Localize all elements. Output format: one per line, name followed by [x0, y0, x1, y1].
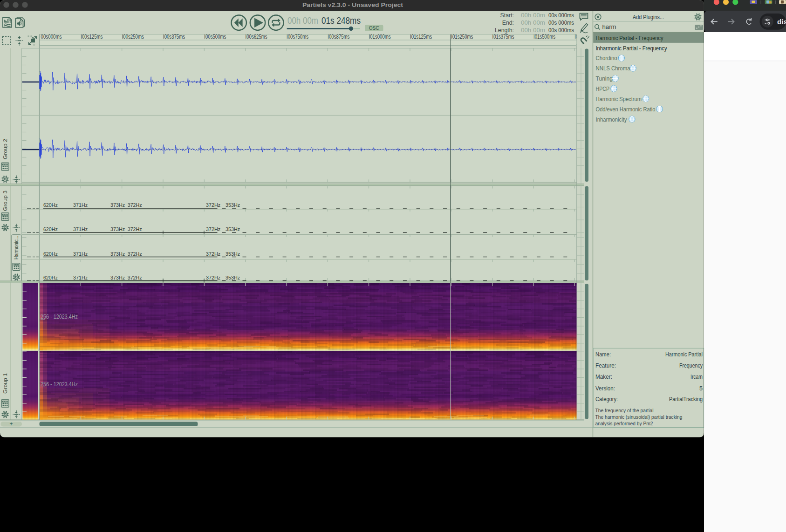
svg-text:371Hz: 371Hz — [73, 275, 88, 280]
svg-text:372Hz: 372Hz — [128, 251, 142, 257]
svg-text:01s 248ms: 01s 248ms — [321, 15, 361, 26]
svg-text:353Hz: 353Hz — [226, 226, 240, 232]
svg-text:371Hz: 371Hz — [73, 251, 88, 257]
svg-text:I00s125ms: I00s125ms — [81, 33, 103, 40]
svg-text:PartialTracking: PartialTracking — [669, 396, 703, 402]
svg-text:I00s875ms: I00s875ms — [328, 33, 349, 40]
svg-text:372Hz: 372Hz — [128, 226, 142, 232]
svg-text:Add Plugins...: Add Plugins... — [633, 14, 664, 20]
svg-text:harm: harm — [602, 23, 616, 30]
svg-text:Harmonic Partial: Harmonic Partial — [665, 351, 703, 358]
svg-text:373Hz: 373Hz — [110, 251, 125, 257]
svg-text:Start:: Start: — [500, 12, 514, 19]
svg-text:00s 000ms: 00s 000ms — [548, 20, 574, 26]
svg-text:00h 00m: 00h 00m — [287, 15, 318, 26]
svg-text:620Hz: 620Hz — [43, 202, 58, 208]
svg-text:Category:: Category: — [595, 396, 618, 402]
svg-text:620Hz: 620Hz — [43, 251, 58, 257]
svg-text:I00s625ms: I00s625ms — [246, 33, 267, 40]
svg-text:+: + — [9, 421, 13, 427]
svg-text:00h 00m: 00h 00m — [521, 27, 545, 34]
svg-text:Group 3: Group 3 — [2, 191, 8, 211]
svg-text:I01s000ms: I01s000ms — [369, 33, 391, 40]
svg-text:00s000ms: 00s000ms — [41, 33, 62, 40]
svg-text:Harmonic Partial - Frequency: Harmonic Partial - Frequency — [596, 34, 663, 41]
svg-text:dis: dis — [777, 18, 786, 26]
svg-text:371Hz: 371Hz — [73, 226, 88, 232]
svg-text:The frequency of the partial: The frequency of the partial — [595, 408, 654, 413]
svg-text:HPCP: HPCP — [596, 85, 610, 92]
svg-text:620Hz: 620Hz — [43, 226, 58, 232]
svg-text:I01s500ms: I01s500ms — [533, 33, 555, 40]
svg-text:NNLS Chroma: NNLS Chroma — [596, 65, 630, 72]
svg-text:Odd/even Harmonic Ratio: Odd/even Harmonic Ratio — [596, 106, 656, 113]
svg-text:00h 00m: 00h 00m — [521, 20, 545, 26]
svg-text:Version:: Version: — [595, 385, 615, 392]
svg-text:Partiels v2.3.0 - Unsaved Proj: Partiels v2.3.0 - Unsaved Project — [302, 1, 403, 8]
svg-text:Frequency: Frequency — [679, 362, 703, 369]
svg-text:256 - 12023.4Hz: 256 - 12023.4Hz — [41, 381, 78, 388]
svg-text:373Hz: 373Hz — [110, 226, 125, 232]
svg-text:5: 5 — [699, 385, 703, 392]
svg-text:Chordino: Chordino — [596, 55, 617, 61]
svg-text:End:: End: — [502, 20, 514, 26]
svg-text:Harmonic Spectrum: Harmonic Spectrum — [596, 95, 642, 102]
svg-text:371Hz: 371Hz — [73, 202, 88, 208]
svg-text:I00s250ms: I00s250ms — [122, 33, 144, 40]
svg-text:372Hz: 372Hz — [206, 202, 220, 208]
svg-text:353Hz: 353Hz — [226, 202, 240, 208]
svg-text:I01s375ms: I01s375ms — [492, 33, 514, 40]
svg-text:OSC: OSC — [369, 26, 379, 31]
svg-text:00s 000ms: 00s 000ms — [548, 27, 574, 34]
svg-text:Harmonic...: Harmonic... — [13, 236, 20, 259]
svg-text:The harmonic (sinusoidal) part: The harmonic (sinusoidal) partial tracki… — [595, 414, 683, 420]
svg-text:I00s500ms: I00s500ms — [204, 33, 226, 40]
svg-text:256 - 12023.4Hz: 256 - 12023.4Hz — [41, 313, 78, 320]
svg-text:372Hz: 372Hz — [206, 275, 220, 280]
svg-text:00h 00m: 00h 00m — [521, 12, 545, 19]
svg-text:I00s750ms: I00s750ms — [287, 33, 308, 40]
svg-text:Inharmonicity: Inharmonicity — [596, 116, 627, 123]
svg-text:372Hz: 372Hz — [128, 275, 142, 280]
svg-text:353Hz: 353Hz — [226, 275, 240, 280]
svg-text:Ircam: Ircam — [690, 374, 703, 380]
svg-text:00s 000ms: 00s 000ms — [548, 12, 574, 19]
svg-text:I00s375ms: I00s375ms — [163, 33, 185, 40]
svg-text:372Hz: 372Hz — [206, 251, 220, 257]
svg-text:Group 2: Group 2 — [2, 139, 8, 159]
svg-text:Maker:: Maker: — [595, 374, 612, 380]
svg-text:620Hz: 620Hz — [43, 275, 58, 280]
svg-text:372Hz: 372Hz — [206, 226, 220, 232]
svg-text:I01s125ms: I01s125ms — [410, 33, 432, 40]
svg-text:Name:: Name: — [595, 351, 611, 358]
svg-text:373Hz: 373Hz — [110, 275, 125, 280]
svg-text:analysis performed by Pm2: analysis performed by Pm2 — [595, 421, 653, 426]
svg-text:Feature:: Feature: — [595, 362, 616, 369]
svg-text:373Hz: 373Hz — [110, 202, 125, 208]
svg-text:353Hz: 353Hz — [226, 251, 240, 257]
svg-text:Inharmonic Partial - Frequency: Inharmonic Partial - Frequency — [596, 45, 667, 52]
svg-text:I01s250ms: I01s250ms — [451, 33, 473, 40]
svg-text:Length:: Length: — [495, 27, 514, 34]
svg-text:Group 1: Group 1 — [2, 373, 8, 394]
svg-text:372Hz: 372Hz — [128, 202, 142, 208]
svg-text:Tuning: Tuning — [596, 75, 613, 82]
